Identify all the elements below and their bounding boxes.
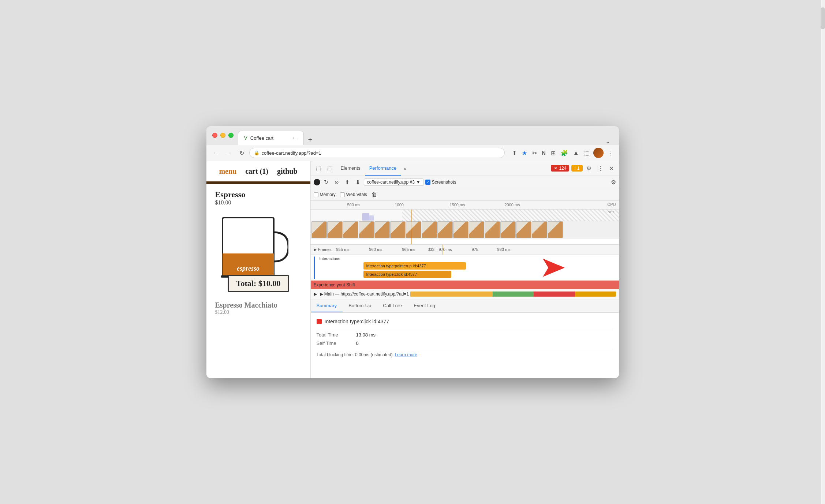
warning-icon: ! [574,166,575,171]
forward-button[interactable]: → [224,148,234,158]
frame-time-980: 980 ms [497,247,511,252]
screenshot-thumb [374,221,390,238]
devtools-toolbar2: ↻ ⊘ ⬆ ⬇ coffee-cart.netlify.app #3 ▼ ✓ S… [311,176,619,189]
layout-icon[interactable]: ⬚ [583,148,591,158]
summary-content: Interaction type:click id:4377 Total Tim… [311,313,619,378]
inspect-element-icon[interactable]: ⬚ [314,163,324,173]
frame-time-965: 965 ms [402,247,415,252]
notion-icon[interactable]: N [541,148,547,157]
screenshot-thumb [406,221,421,238]
interaction-bar-click[interactable]: Interaction type:click id:4377 [363,271,451,278]
macchiato-price: $12.00 [215,309,302,315]
clear-icon[interactable]: ⊘ [332,178,341,187]
warning-count: 1 [577,166,580,171]
web-vitals-checkbox-item[interactable]: Web Vitals [340,192,367,197]
timeline-tracks: NET [311,210,619,245]
cpu-label: CPU [607,202,616,207]
maximize-button[interactable] [228,133,234,138]
puzzle-icon[interactable]: 🧩 [559,148,570,158]
frames-expand-icon[interactable]: ▶ [314,247,317,252]
time-mark-500: 500 ms [347,203,361,207]
share-icon[interactable]: ⬆ [511,148,518,158]
memory-label: Memory [320,192,336,197]
frame-time-960: 960 ms [369,247,382,252]
tab-chevron-icon[interactable]: ⌄ [602,138,613,145]
tabs-area: V Coffee cart ← + ⌄ [238,126,613,145]
hatch-overlay [402,210,619,221]
self-time-row: Self Time 0 [317,341,613,346]
time-mark-1000: 1000 [395,203,404,207]
extensions-grid-icon[interactable]: ⊞ [549,148,557,158]
minimize-button[interactable] [220,133,225,138]
experience-shift-bar: Experience yout Shift [311,281,619,289]
frame-time-333: 333. [428,247,436,252]
self-time-key: Self Time [317,341,353,346]
devtools-settings-icon[interactable]: ⚙ [584,163,594,173]
tab-more-icon[interactable]: » [401,166,409,171]
nav-menu-link[interactable]: menu [219,167,236,176]
trash-icon[interactable]: 🗑 [372,191,377,198]
reload-button[interactable]: ↻ [237,148,246,158]
screenshots-track [311,221,619,239]
macchiato-name: Espresso Macchiato [215,301,302,309]
main-thread-row: ▶ ▶ Main — https://coffee-cart.netlify.a… [311,289,619,300]
devtools-more-icon[interactable]: ⋮ [595,163,605,173]
upload-icon[interactable]: ⬆ [343,177,352,187]
tab-elements[interactable]: Elements [336,161,365,176]
main-thread-track [410,292,616,297]
screenshot-thumb [485,221,500,238]
coffee-item-espresso: Espresso $10.00 espresso [206,184,310,298]
scissors-icon[interactable]: ✂ [531,148,538,158]
screenshots-label: Screenshots [432,180,456,185]
tab-summary[interactable]: Summary [311,299,343,312]
title-bar: V Coffee cart ← + ⌄ [206,126,619,145]
devtools-close-icon[interactable]: ✕ [607,163,616,173]
back-button[interactable]: ← [211,148,221,158]
download-icon[interactable]: ⬇ [353,177,362,187]
screenshot-thumb [453,221,469,238]
tab-performance[interactable]: Performance [365,161,401,176]
more-vert-icon[interactable]: ⋮ [606,148,615,158]
account-icon[interactable]: ▲ [572,148,581,158]
devtools-badges: ✕ 124 ! 1 [551,165,582,172]
device-toolbar-icon[interactable]: ⬚ [325,163,335,173]
coffee-price: $10.00 [215,199,302,206]
main-thread-expand-icon[interactable]: ▶ [314,292,317,297]
screenshot-thumb [343,221,358,238]
record-button[interactable] [314,179,320,185]
performance-settings-icon[interactable]: ⚙ [611,179,616,186]
interaction-bar-pointerup[interactable]: Interaction type:pointerup id:4377 [363,262,466,270]
refresh-performance-icon[interactable]: ↻ [322,177,331,187]
memory-checkbox[interactable] [314,192,318,197]
new-tab-button[interactable]: + [305,136,316,144]
warning-badge[interactable]: ! 1 [571,165,582,172]
active-tab[interactable]: V Coffee cart ← [238,131,304,145]
screenshots-checkbox[interactable]: ✓ [425,180,430,185]
close-button[interactable] [212,133,217,138]
main-thread-label: ▶ Main — https://coffee-cart.netlify.app… [320,292,409,297]
error-badge[interactable]: ✕ 124 [551,165,569,172]
web-vitals-label: Web Vitals [346,192,367,197]
address-bar[interactable]: 🔒 coffee-cart.netlify.app/?ad=1 [249,148,505,158]
tab-close-icon[interactable]: ← [292,135,298,141]
self-time-value: 0 [356,341,359,346]
tab-call-tree[interactable]: Call Tree [377,299,408,312]
nav-cart-link[interactable]: cart (1) [245,167,268,176]
session-dropdown-icon: ▼ [416,180,421,185]
web-vitals-checkbox[interactable] [340,192,345,197]
tab-event-log[interactable]: Event Log [408,299,441,312]
interactions-label: Interactions [320,256,616,261]
screenshot-thumb [500,221,516,238]
memory-checkbox-item[interactable]: Memory [314,192,336,197]
experience-shift-text: Experience yout Shift [314,282,355,287]
profile-avatar[interactable] [593,148,604,158]
nav-github-link[interactable]: github [277,167,298,176]
tab-bottom-up[interactable]: Bottom-Up [343,299,377,312]
time-mark-2000: 2000 ms [505,203,520,207]
timeline-ruler: 500 ms 1000 1500 ms 2000 ms CPU [311,201,619,210]
screenshots-toggle[interactable]: ✓ Screenshots [425,180,456,185]
total-badge: Total: $10.00 [228,275,289,292]
learn-more-link[interactable]: Learn more [395,352,417,357]
bookmark-star-icon[interactable]: ★ [520,148,529,158]
session-selector[interactable]: coffee-cart.netlify.app #3 ▼ [364,178,424,186]
